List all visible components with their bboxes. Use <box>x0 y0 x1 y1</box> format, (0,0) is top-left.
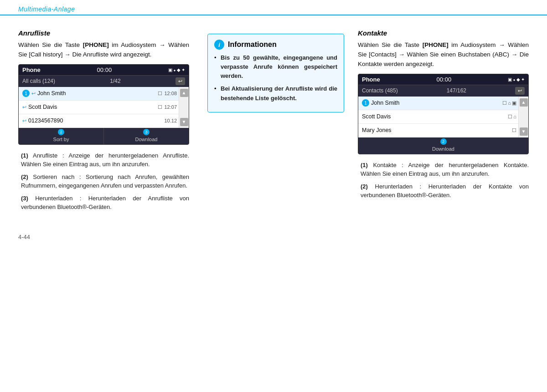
anrufliste-phone-screen: Phone 00:00 ▣⬥◆✦ All calls (124) 1/42 ↩ … <box>18 64 189 145</box>
left-column: Anrufliste Wählen Sie die Taste [PHONE] … <box>18 29 189 215</box>
all-calls-label: All calls (124) <box>22 78 55 84</box>
phone-footer-left: 2 Sort by 3 Download <box>19 128 189 144</box>
anrufliste-list: (1) Anrufliste : Anzeige der heruntergel… <box>18 151 189 212</box>
contact-num-1: 1 <box>362 99 369 107</box>
anrufliste-intro: Wählen Sie die Taste [PHONE] im Audiosys… <box>18 41 189 60</box>
phone-footer-right: 2 Download <box>358 137 528 154</box>
page-header: Multimedia-Anlage <box>0 0 547 15</box>
phone-subheader-left: All calls (124) 1/42 ↩ <box>19 75 189 87</box>
phone-time-left: 00:00 <box>97 66 112 73</box>
sort-by-button[interactable]: 2 Sort by <box>19 128 104 144</box>
info-icon: i <box>214 40 224 50</box>
phone-title-left: Phone <box>22 66 41 73</box>
info-list: Bis zu 50 gewählte, eingegangene und ver… <box>214 53 337 103</box>
all-calls-page: 1/42 <box>110 78 120 84</box>
incoming-call-icon-2: ↩ <box>22 104 26 110</box>
call-name-3: 01234567890 <box>28 117 164 124</box>
call-row-1[interactable]: 1 ↩ John Smith ☐ 12:08 <box>19 87 189 101</box>
contact-name-2: Scott Davis <box>362 113 508 120</box>
grid-icon-1: ▣ <box>512 100 516 106</box>
info-box-header: i Informationen <box>214 40 337 50</box>
row-num-1: 1 <box>22 90 30 97</box>
middle-column: i Informationen Bis zu 50 gewählte, eing… <box>203 29 344 215</box>
call-time-1: 12:08 <box>164 91 177 96</box>
scroll-up-left[interactable]: ▲ <box>180 89 188 97</box>
phone-scroll-right: ▲ ▼ <box>518 97 528 137</box>
scroll-down-left[interactable]: ▼ <box>180 118 188 126</box>
phone-time-right: 00:00 <box>437 76 452 83</box>
scroll-up-right[interactable]: ▲ <box>520 98 528 107</box>
page-number: 4-44 <box>18 234 30 240</box>
device-icon-1: ☐ <box>158 91 162 97</box>
kontakte-phone-screen: Phone 00:00 ▣⬥◆✦ Contacts (485) 147/162 … <box>358 74 529 154</box>
phone-title-right: Phone <box>362 76 380 83</box>
download-badge-right: 2 <box>440 138 447 145</box>
call-time-2: 12:07 <box>164 104 177 110</box>
info-bullet-2: Bei Aktualisierung der Anrufliste wird d… <box>214 84 337 102</box>
contact-row-3[interactable]: Mary Jones ☐ <box>358 124 528 137</box>
main-content: Anrufliste Wählen Sie die Taste [PHONE] … <box>0 15 547 224</box>
phone-header-left: Phone 00:00 ▣⬥◆✦ <box>19 65 189 75</box>
download-button-left[interactable]: 3 Download <box>104 128 189 144</box>
phone-header-right: Phone 00:00 ▣⬥◆✦ <box>358 74 528 85</box>
contact-icons-3: ☐ <box>512 127 516 133</box>
page-header-title: Multimedia-Anlage <box>18 5 75 15</box>
contact-name-1: John Smith <box>371 100 502 106</box>
phone-icon-1: ☐ <box>502 100 507 106</box>
call-name-2: Scott Davis <box>28 104 158 110</box>
list-item-3: (3) Herunterladen : Herunterladen der An… <box>18 194 189 212</box>
incoming-call-icon-3: ↩ <box>22 118 26 124</box>
phone-status-icons-right: ▣⬥◆✦ <box>508 77 525 82</box>
contacts-page: 147/162 <box>447 87 466 94</box>
list-item-2: (2) Sortieren nach : Sortierung nach Anr… <box>18 173 189 190</box>
call-name-1: John Smith <box>37 90 158 97</box>
info-box: i Informationen Bis zu 50 gewählte, eing… <box>207 34 344 112</box>
call-row-2[interactable]: ↩ Scott Davis ☐ 12:07 <box>19 101 189 114</box>
sort-label: Sort by <box>21 137 102 142</box>
phone-body-left: 1 ↩ John Smith ☐ 12:08 ↩ Scott Davis ☐ 1… <box>19 87 189 128</box>
right-column: Kontakte Wählen Sie die Taste [PHONE] im… <box>358 29 529 215</box>
contact-row-2[interactable]: Scott Davis ☐ ⌂ <box>358 110 528 124</box>
contact-icons-2: ☐ ⌂ <box>508 114 516 120</box>
info-box-title: Informationen <box>228 41 277 49</box>
contact-icons-1: ☐ ⌂ ▣ <box>502 100 516 106</box>
call-row-3[interactable]: ↩ 01234567890 10.12 <box>19 114 189 128</box>
download-badge: 3 <box>143 129 150 135</box>
kontakte-list: (1) Kontakte : Anzeige der heruntergelad… <box>358 161 529 200</box>
anrufliste-title: Anrufliste <box>18 29 189 37</box>
kontakte-intro: Wählen Sie die Taste [PHONE] im Audiosys… <box>358 41 529 69</box>
phone-icon-2: ☐ <box>508 114 512 120</box>
sort-badge: 2 <box>58 129 64 135</box>
download-button-right[interactable]: 2 Download <box>358 137 528 154</box>
page-footer: 4-44 <box>0 229 547 245</box>
download-label-right: Download <box>360 146 526 152</box>
kontakte-list-item-2: (2) Herunterladen : Herunterladen der Ko… <box>358 182 529 200</box>
kontakte-title: Kontakte <box>358 29 529 37</box>
phone-scroll-left: ▲ ▼ <box>179 87 189 128</box>
call-time-3: 10.12 <box>164 118 177 123</box>
back-button-right[interactable]: ↩ <box>515 87 525 95</box>
phone-icon-3: ☐ <box>512 127 516 133</box>
device-icon-2: ☐ <box>158 104 162 110</box>
home-icon-2: ⌂ <box>513 114 516 120</box>
scroll-down-right[interactable]: ▼ <box>520 127 528 136</box>
phone-status-icons-left: ▣⬥◆✦ <box>168 67 185 72</box>
home-icon-1: ⌂ <box>508 100 511 106</box>
back-button-left[interactable]: ↩ <box>175 77 185 85</box>
contact-name-3: Mary Jones <box>362 127 512 133</box>
contacts-label: Contacts (485) <box>362 87 398 94</box>
download-label-left: Download <box>106 137 187 142</box>
contact-row-1[interactable]: 1 John Smith ☐ ⌂ ▣ <box>358 97 528 110</box>
info-bullet-1: Bis zu 50 gewählte, eingegangene und ver… <box>214 53 337 81</box>
incoming-call-icon-1: ↩ <box>31 91 36 97</box>
kontakte-list-item-1: (1) Kontakte : Anzeige der heruntergelad… <box>358 161 529 178</box>
phone-subheader-right: Contacts (485) 147/162 ↩ <box>358 85 528 97</box>
list-item-1: (1) Anrufliste : Anzeige der heruntergel… <box>18 151 189 169</box>
phone-body-right: 1 John Smith ☐ ⌂ ▣ Scott Davis ☐ ⌂ <box>358 97 528 137</box>
